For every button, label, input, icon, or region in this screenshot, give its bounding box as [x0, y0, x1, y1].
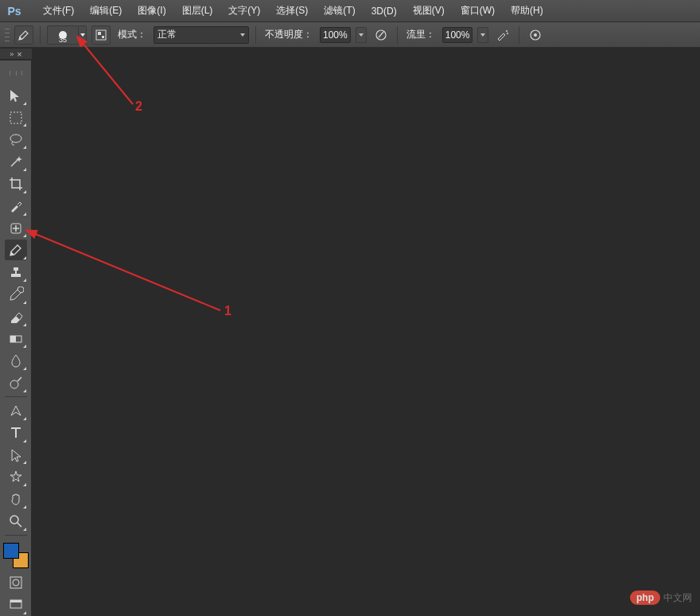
- healing-tool[interactable]: [5, 218, 27, 239]
- tools-panel: [0, 60, 32, 616]
- watermark-badge: php: [630, 591, 660, 605]
- blur-tool[interactable]: [5, 350, 27, 371]
- path-select-tool[interactable]: [5, 445, 27, 466]
- expand-icon[interactable]: »: [10, 50, 14, 58]
- menu-layer[interactable]: 图层(L): [174, 0, 221, 22]
- menu-edit[interactable]: 编辑(E): [82, 0, 130, 22]
- opacity-value: 100%: [323, 29, 348, 41]
- close-icon[interactable]: ×: [17, 49, 21, 59]
- color-swatches[interactable]: [3, 543, 29, 568]
- eyedropper-tool[interactable]: [5, 196, 27, 216]
- menu-image[interactable]: 图像(I): [130, 0, 173, 22]
- stamp-tool[interactable]: [5, 262, 27, 283]
- blend-mode-value: 正常: [158, 28, 177, 41]
- lasso-tool[interactable]: [5, 129, 27, 150]
- svg-point-16: [13, 579, 19, 586]
- zoom-tool[interactable]: [5, 511, 27, 532]
- gradient-tool[interactable]: [5, 329, 27, 349]
- pen-tool[interactable]: [5, 400, 27, 421]
- flow-input[interactable]: 100%: [442, 27, 473, 43]
- opacity-input[interactable]: 100%: [320, 27, 351, 43]
- svg-point-7: [534, 33, 537, 37]
- current-tool-icon[interactable]: [14, 25, 33, 45]
- flow-label: 流里：: [404, 28, 438, 41]
- menu-window[interactable]: 窗口(W): [453, 0, 503, 22]
- watermark: php 中文网: [630, 591, 692, 605]
- tools-grip-icon[interactable]: [8, 71, 24, 76]
- svg-point-14: [10, 516, 18, 524]
- quick-mask-button[interactable]: [5, 573, 27, 594]
- screen-mode-button[interactable]: [5, 595, 27, 615]
- opacity-label: 不透明度：: [262, 28, 315, 41]
- flow-dropdown[interactable]: [477, 27, 488, 43]
- svg-rect-2: [102, 36, 104, 38]
- mode-label: 模式：: [115, 28, 149, 41]
- opacity-dropdown[interactable]: [356, 27, 367, 43]
- toggle-brush-panel-button[interactable]: [91, 25, 111, 45]
- tool-separator: [5, 396, 27, 397]
- menu-help[interactable]: 帮助(H): [503, 0, 551, 22]
- menu-bar: Ps 文件(F) 编辑(E) 图像(I) 图层(L) 文字(Y) 选择(S) 滤…: [0, 0, 700, 22]
- foreground-color-swatch[interactable]: [3, 543, 19, 559]
- shape-tool[interactable]: [5, 466, 27, 487]
- flow-value: 100%: [445, 29, 470, 41]
- svg-rect-1: [98, 32, 101, 35]
- options-grip-icon[interactable]: [5, 27, 10, 43]
- tool-separator: [5, 535, 27, 536]
- menu-3d[interactable]: 3D(D): [364, 0, 405, 22]
- hand-tool[interactable]: [5, 489, 27, 509]
- blend-mode-select[interactable]: 正常: [154, 26, 249, 44]
- brush-preset-picker[interactable]: 35: [47, 25, 79, 45]
- chevron-down-icon: [240, 33, 245, 37]
- toolbar-tab-well: » ×: [0, 49, 32, 60]
- menu-text[interactable]: 文字(Y): [220, 0, 268, 22]
- airbrush-button[interactable]: [493, 25, 512, 45]
- svg-rect-8: [10, 112, 21, 123]
- options-bar: 35 模式： 正常 不透明度： 100% 流里： 100%: [0, 22, 700, 48]
- app-logo: Ps: [5, 3, 24, 19]
- move-tool[interactable]: [5, 85, 27, 106]
- svg-point-9: [10, 135, 21, 142]
- watermark-text: 中文网: [663, 591, 692, 605]
- svg-rect-15: [10, 577, 21, 588]
- pressure-opacity-button[interactable]: [371, 25, 391, 45]
- history-brush-tool[interactable]: [5, 284, 27, 305]
- menu-view[interactable]: 视图(V): [405, 0, 453, 22]
- brush-size-value: 35: [59, 36, 67, 44]
- canvas-area[interactable]: [32, 49, 700, 616]
- marquee-tool[interactable]: [5, 107, 27, 128]
- type-tool[interactable]: [5, 423, 27, 443]
- menu-filter[interactable]: 滤镜(T): [316, 0, 363, 22]
- svg-point-4: [506, 30, 508, 32]
- brush-preset-dropdown[interactable]: [79, 25, 87, 45]
- menu-select[interactable]: 选择(S): [268, 0, 316, 22]
- svg-rect-12: [10, 336, 16, 342]
- pressure-size-button[interactable]: [526, 25, 545, 45]
- eraser-tool[interactable]: [5, 306, 27, 327]
- brush-tool[interactable]: [5, 240, 27, 260]
- dodge-tool[interactable]: [5, 372, 27, 393]
- svg-rect-18: [10, 600, 21, 602]
- svg-point-5: [507, 33, 508, 34]
- wand-tool[interactable]: [5, 151, 27, 172]
- menu-file[interactable]: 文件(F): [35, 0, 82, 22]
- svg-point-13: [10, 380, 18, 388]
- crop-tool[interactable]: [5, 173, 27, 194]
